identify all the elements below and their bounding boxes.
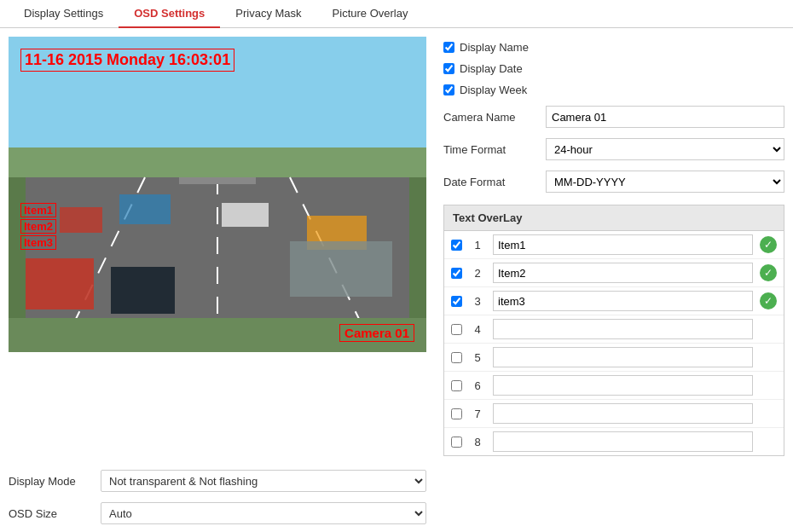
- overlay-input-6[interactable]: [493, 375, 753, 396]
- tab-osd-settings[interactable]: OSD Settings: [119, 0, 220, 28]
- svg-rect-13: [290, 241, 392, 297]
- overlay-checkbox-8[interactable]: [451, 437, 462, 448]
- overlay-num-7: 7: [469, 408, 486, 420]
- osd-size-label: OSD Size: [9, 507, 94, 520]
- display-week-label: Display Week: [460, 84, 527, 96]
- tab-privacy-mask[interactable]: Privacy Mask: [220, 0, 316, 28]
- osd-size-select[interactable]: Auto Large Medium Small: [101, 502, 426, 524]
- text-item-1: Item1: [20, 203, 56, 217]
- display-name-checkbox[interactable]: [443, 42, 454, 53]
- time-format-select[interactable]: 24-hour 12-hour: [546, 138, 784, 160]
- overlay-placeholder-8: [760, 433, 777, 450]
- display-name-row: Display Name: [443, 37, 784, 58]
- svg-rect-6: [179, 177, 256, 184]
- text-overlay-header: Text OverLay: [444, 205, 784, 231]
- overlay-num-4: 4: [469, 323, 486, 336]
- display-week-row: Display Week: [443, 79, 784, 101]
- overlay-input-1[interactable]: [493, 234, 753, 255]
- overlay-checkbox-6[interactable]: [451, 380, 462, 391]
- right-panel: Display Name Display Date Display Week C…: [443, 37, 784, 456]
- svg-rect-1: [9, 147, 426, 182]
- text-item-2: Item2: [20, 219, 56, 234]
- overlay-placeholder-5: [760, 349, 777, 366]
- overlay-valid-icon-2: ✓: [760, 264, 777, 281]
- display-name-label: Display Name: [460, 41, 529, 54]
- overlay-rows-container: 1✓2✓3✓45678: [444, 231, 784, 455]
- overlay-input-5[interactable]: [493, 347, 753, 367]
- camera-name-overlay: Camera 01: [339, 324, 414, 342]
- overlay-checkbox-4[interactable]: [451, 324, 462, 335]
- display-week-checkbox[interactable]: [443, 84, 454, 95]
- overlay-placeholder-6: [760, 377, 777, 394]
- overlay-row-8: 8: [444, 428, 784, 455]
- overlay-valid-icon-3: ✓: [760, 292, 777, 309]
- overlay-num-2: 2: [469, 267, 486, 280]
- camera-name-input[interactable]: [546, 106, 784, 128]
- svg-rect-8: [119, 194, 171, 224]
- overlay-row-5: 5: [444, 344, 784, 372]
- overlay-input-8[interactable]: [493, 431, 753, 452]
- overlay-placeholder-7: [760, 405, 777, 422]
- tab-display-settings[interactable]: Display Settings: [9, 0, 119, 28]
- overlay-row-2: 2✓: [444, 259, 784, 287]
- overlay-checkbox-2[interactable]: [451, 268, 462, 279]
- bottom-row: Display Mode Not transparent & Not flash…: [0, 456, 793, 532]
- overlay-num-3: 3: [469, 295, 486, 308]
- overlay-row-7: 7: [444, 400, 784, 428]
- overlay-placeholder-4: [760, 321, 777, 338]
- overlay-checkbox-3[interactable]: [451, 296, 462, 307]
- overlay-num-8: 8: [469, 436, 486, 448]
- main-content: 11-16 2015 Monday 16:03:01 Item1 Item2 I…: [0, 28, 793, 456]
- overlay-checkbox-1[interactable]: [451, 240, 462, 251]
- left-settings-bottom: Display Mode Not transparent & Not flash…: [9, 465, 426, 532]
- time-format-label: Time Format: [443, 143, 537, 156]
- overlay-row-4: 4: [444, 315, 784, 344]
- display-mode-label: Display Mode: [9, 475, 94, 488]
- tab-picture-overlay[interactable]: Picture Overlay: [317, 0, 424, 28]
- text-items-overlay: Item1 Item2 Item3: [20, 203, 56, 250]
- camera-preview: 11-16 2015 Monday 16:03:01 Item1 Item2 I…: [9, 37, 426, 352]
- camera-name-field-row: Camera Name: [443, 101, 784, 133]
- overlay-input-3[interactable]: [493, 291, 753, 311]
- overlay-row-6: 6: [444, 372, 784, 400]
- overlay-num-5: 5: [469, 351, 486, 364]
- overlay-row-1: 1✓: [444, 231, 784, 259]
- overlay-num-6: 6: [469, 379, 486, 392]
- svg-rect-12: [111, 267, 175, 314]
- display-date-label: Display Date: [460, 62, 523, 75]
- osd-size-row: OSD Size Auto Large Medium Small: [9, 497, 426, 529]
- display-mode-row: Display Mode Not transparent & Not flash…: [9, 465, 426, 497]
- overlay-input-2[interactable]: [493, 263, 753, 283]
- svg-rect-11: [26, 258, 94, 309]
- road-svg: [9, 37, 426, 352]
- osd-datetime-overlay: 11-16 2015 Monday 16:03:01: [20, 49, 234, 72]
- date-format-label: Date Format: [443, 176, 537, 188]
- camera-name-field-label: Camera Name: [443, 111, 537, 124]
- left-panel: 11-16 2015 Monday 16:03:01 Item1 Item2 I…: [9, 37, 426, 456]
- time-format-row: Time Format 24-hour 12-hour: [443, 133, 784, 165]
- svg-rect-9: [222, 203, 269, 227]
- display-date-checkbox[interactable]: [443, 63, 454, 74]
- date-format-select[interactable]: MM-DD-YYYY DD-MM-YYYY YYYY-MM-DD: [546, 171, 784, 193]
- tab-bar: Display Settings OSD Settings Privacy Ma…: [0, 0, 793, 28]
- road-background: [9, 37, 426, 352]
- date-format-row: Date Format MM-DD-YYYY DD-MM-YYYY YYYY-M…: [443, 165, 784, 198]
- overlay-input-7[interactable]: [493, 403, 753, 424]
- text-overlay-section: Text OverLay 1✓2✓3✓45678: [443, 205, 784, 456]
- overlay-row-3: 3✓: [444, 287, 784, 315]
- overlay-checkbox-5[interactable]: [451, 352, 462, 363]
- overlay-valid-icon-1: ✓: [760, 236, 777, 253]
- overlay-num-1: 1: [469, 239, 486, 252]
- overlay-checkbox-7[interactable]: [451, 408, 462, 419]
- display-mode-select[interactable]: Not transparent & Not flashing Transpare…: [101, 470, 426, 492]
- display-date-row: Display Date: [443, 58, 784, 79]
- svg-rect-7: [60, 207, 102, 233]
- text-item-3: Item3: [20, 235, 56, 250]
- overlay-input-4[interactable]: [493, 319, 753, 339]
